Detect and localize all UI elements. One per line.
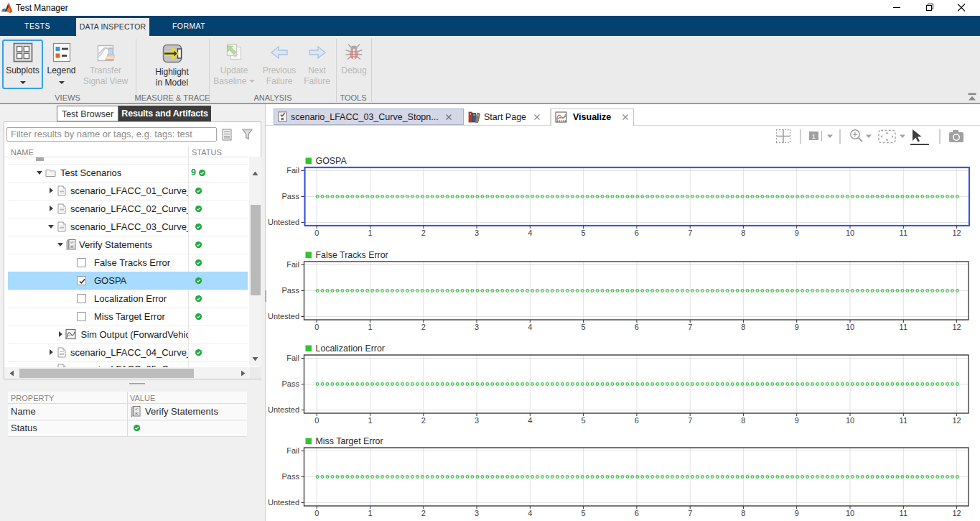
svg-text:3: 3 — [475, 229, 479, 237]
svg-text:10: 10 — [846, 229, 854, 237]
svg-text:9: 9 — [795, 323, 799, 331]
svg-text:11: 11 — [900, 509, 907, 517]
svg-text:0: 0 — [314, 229, 319, 237]
svg-text:6: 6 — [635, 323, 639, 331]
svg-text:Fail: Fail — [286, 446, 299, 455]
svg-text:Fail: Fail — [286, 354, 299, 362]
svg-text:7: 7 — [688, 415, 692, 424]
svg-text:4: 4 — [528, 415, 532, 424]
svg-text:10: 10 — [846, 509, 854, 517]
svg-text:Fail: Fail — [286, 260, 299, 269]
svg-text:Localization Error: Localization Error — [316, 344, 385, 354]
svg-text:2: 2 — [421, 509, 426, 517]
svg-text:12: 12 — [952, 509, 961, 517]
svg-text:1: 1 — [368, 229, 372, 237]
svg-text:GOSPA: GOSPA — [316, 156, 347, 166]
svg-text:6: 6 — [635, 415, 639, 424]
svg-text:7: 7 — [688, 229, 692, 237]
svg-text:8: 8 — [741, 229, 745, 237]
svg-text:0: 0 — [314, 415, 319, 424]
svg-text:4: 4 — [528, 323, 532, 331]
svg-text:3: 3 — [475, 509, 479, 517]
svg-text:8: 8 — [741, 323, 745, 331]
svg-text:1: 1 — [812, 132, 816, 140]
svg-text:False Tracks Error: False Tracks Error — [316, 250, 388, 260]
svg-text:11: 11 — [900, 415, 907, 424]
svg-text:7: 7 — [688, 323, 692, 331]
svg-text:1: 1 — [368, 509, 372, 517]
svg-text:9: 9 — [795, 415, 799, 424]
svg-text:1: 1 — [368, 415, 372, 424]
svg-text:10: 10 — [846, 415, 854, 424]
svg-text:11: 11 — [900, 323, 907, 331]
svg-text:5: 5 — [582, 229, 586, 237]
svg-text:3: 3 — [475, 323, 479, 331]
svg-text:6: 6 — [635, 509, 639, 517]
svg-text:Miss Target Error: Miss Target Error — [316, 436, 383, 446]
svg-text:5: 5 — [582, 323, 586, 331]
svg-text:1: 1 — [368, 323, 372, 331]
svg-text:0: 0 — [314, 323, 319, 331]
svg-text:2: 2 — [421, 323, 426, 331]
svg-text:Fail: Fail — [286, 166, 299, 175]
svg-text:Pass: Pass — [282, 472, 300, 481]
svg-text:4: 4 — [528, 229, 532, 237]
svg-text:Untested: Untested — [268, 498, 299, 507]
svg-text:8: 8 — [741, 509, 745, 517]
svg-text:Untested: Untested — [268, 405, 299, 414]
svg-text:2: 2 — [421, 229, 426, 237]
svg-text:12: 12 — [952, 229, 961, 237]
svg-text:6: 6 — [635, 229, 639, 237]
svg-text:4: 4 — [528, 509, 532, 517]
svg-text:7: 7 — [688, 509, 692, 517]
svg-text:5: 5 — [582, 415, 586, 424]
svg-text:2: 2 — [421, 415, 426, 424]
svg-text:Pass: Pass — [282, 286, 300, 295]
svg-text:12: 12 — [952, 323, 961, 331]
svg-text:3: 3 — [475, 415, 479, 424]
svg-text:Pass: Pass — [282, 192, 300, 200]
svg-text:9: 9 — [795, 509, 799, 517]
svg-text:11: 11 — [900, 229, 907, 237]
svg-text:0: 0 — [314, 509, 319, 517]
svg-text:12: 12 — [952, 415, 961, 424]
svg-text:Untested: Untested — [268, 312, 299, 321]
svg-text:9: 9 — [795, 229, 799, 237]
svg-text:10: 10 — [846, 323, 854, 331]
svg-text:Untested: Untested — [268, 218, 299, 226]
svg-text:5: 5 — [582, 509, 586, 517]
svg-text:8: 8 — [741, 415, 745, 424]
svg-text:Pass: Pass — [282, 379, 300, 388]
